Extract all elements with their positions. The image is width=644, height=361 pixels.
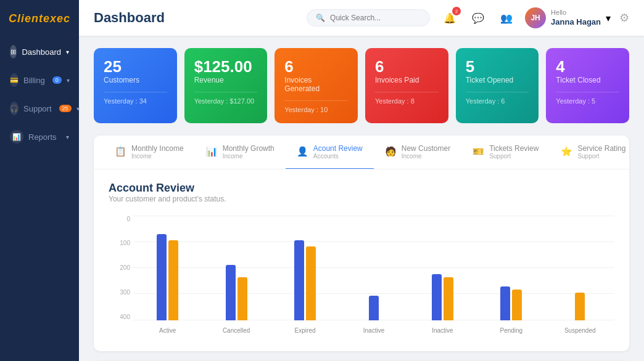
sidebar-item-reports[interactable]: 📊 Reports ▾ <box>0 123 79 151</box>
tabs-bar: 📋 Monthly Income Income 📊 Monthly Growth… <box>94 136 629 169</box>
bar-pair <box>157 234 178 320</box>
bar-blue <box>432 274 442 320</box>
tab-text: Service Rating Support <box>577 144 625 160</box>
chevron-icon: ▾ <box>66 49 69 55</box>
bar-gold <box>575 293 585 320</box>
tab-title: Service Rating <box>577 144 625 153</box>
bar-gold <box>168 240 178 320</box>
tab-text: Monthly Growth Income <box>223 144 275 160</box>
notifications-bell-button[interactable]: 🔔 2 <box>440 8 460 28</box>
stat-card-revenue: $125.00 Revenue Yesterday : $127.00 <box>184 48 268 123</box>
sidebar-item-dashboard[interactable]: ⊞ Dashboard ▾ <box>0 38 79 66</box>
stat-value: 4 <box>556 58 619 76</box>
tab-title: Monthly Income <box>131 144 184 153</box>
stat-yesterday: Yesterday : 5 <box>556 92 619 105</box>
bar-blue <box>500 286 510 320</box>
billing-icon: 💳 <box>10 73 19 87</box>
stat-label: Revenue <box>194 76 258 84</box>
sidebar-item-label: Support <box>23 104 52 113</box>
support-icon: 🎧 <box>10 102 19 115</box>
stat-card-invoices-generated: 6 Invoices Generated Yesterday : 10 <box>275 48 358 123</box>
tab-icon: 🎫 <box>473 146 484 157</box>
stat-value: 6 <box>284 58 348 76</box>
users-button[interactable]: 👥 <box>497 8 516 28</box>
user-text: Hello Janna Hagan <box>551 8 601 27</box>
logo-text: Clientexec <box>9 12 70 25</box>
bar-pair <box>575 293 585 320</box>
bar-group-inactive2: Inactive <box>408 274 477 320</box>
messages-button[interactable]: 💬 <box>468 8 488 28</box>
tab-account-review[interactable]: 👤 Acount Review Accounts <box>286 136 374 169</box>
chart-area: Account Review Your customer and product… <box>94 169 629 351</box>
bar-gold <box>512 290 522 320</box>
support-badge: 25 <box>59 105 72 112</box>
bar-pair <box>500 286 522 320</box>
tab-service-rating[interactable]: ⭐ Service Rating Support <box>550 136 629 169</box>
bar-label: Pending <box>500 327 522 334</box>
stats-grid: 25 Customers Yesterday : 34 $125.00 Reve… <box>94 48 629 123</box>
hello-label: Hello <box>551 9 566 16</box>
bar-label: Inactive <box>432 327 453 334</box>
bar-label: Inactive <box>363 327 384 334</box>
user-name: Janna Hagan <box>551 17 601 28</box>
tab-text: Acount Review Accounts <box>313 144 363 160</box>
bar-group-inactive1: Inactive <box>339 296 408 320</box>
tab-monthly-growth[interactable]: 📊 Monthly Growth Income <box>195 136 286 169</box>
bar-gold <box>237 277 247 320</box>
tab-tickets-review[interactable]: 🎫 Tickets Review Support <box>461 136 550 169</box>
page-title: Dashboard <box>94 10 297 26</box>
tab-subtitle: Accounts <box>313 153 363 160</box>
chart-title: Account Review <box>109 182 614 195</box>
search-input[interactable] <box>330 14 423 22</box>
bar-label: Expired <box>295 327 316 334</box>
sidebar-item-support[interactable]: 🎧 Support 25 ▾ <box>0 94 79 123</box>
chevron-icon: ▾ <box>67 77 70 84</box>
bell-badge: 2 <box>452 7 461 15</box>
sidebar-item-label: Billing <box>23 76 45 85</box>
tab-subtitle: Income <box>402 153 450 160</box>
tabs-section: 📋 Monthly Income Income 📊 Monthly Growth… <box>94 136 629 351</box>
tab-title: New Customer <box>402 144 450 153</box>
y-axis: 400 300 200 100 0 <box>109 216 130 320</box>
tab-title: Acount Review <box>313 144 363 153</box>
stat-label: Invoices Generated <box>284 76 348 93</box>
stat-label: Ticket Closed <box>556 76 619 84</box>
tab-new-customer[interactable]: 🧑 New Customer Income <box>374 136 461 169</box>
stat-yesterday: Yesterday : 34 <box>104 92 167 105</box>
tab-subtitle: Income <box>223 153 275 160</box>
stat-card-ticket-opened: 5 Ticket Opened Yesterday : 6 <box>456 48 539 123</box>
billing-badge: 0 <box>52 76 62 84</box>
chevron-down-icon: ▾ <box>606 12 611 24</box>
tab-icon: 📋 <box>115 146 126 157</box>
search-bar[interactable]: 🔍 <box>307 9 430 26</box>
bar-label: Active <box>159 327 176 334</box>
bar-blue <box>369 296 379 320</box>
bar-pair <box>294 240 316 320</box>
bar-group-cancelled: Cancelled <box>202 265 270 320</box>
stat-yesterday: Yesterday : $127.00 <box>194 92 258 105</box>
content-area: 25 Customers Yesterday : 34 $125.00 Reve… <box>79 36 644 361</box>
stat-label: Invoices Paid <box>375 76 439 84</box>
bar-chart: 400 300 200 100 0 <box>109 216 614 339</box>
tab-text: Monthly Income Income <box>131 144 184 160</box>
stat-card-customers: 25 Customers Yesterday : 34 <box>94 48 177 123</box>
reports-icon: 📊 <box>10 130 23 144</box>
bar-gold <box>306 246 316 320</box>
user-info[interactable]: JH Hello Janna Hagan ▾ <box>525 7 611 28</box>
bar-blue <box>157 234 167 320</box>
sidebar-item-label: Dashboard <box>22 47 61 57</box>
tab-title: Tickets Review <box>489 144 539 153</box>
stat-value: 5 <box>466 58 529 76</box>
stat-value: 6 <box>375 58 439 76</box>
chevron-icon: ▾ <box>66 134 69 140</box>
tab-text: New Customer Income <box>402 144 450 160</box>
tab-subtitle: Income <box>131 153 184 160</box>
tab-monthly-income[interactable]: 📋 Monthly Income Income <box>104 136 195 169</box>
gear-icon[interactable]: ⚙ <box>619 11 629 25</box>
stat-yesterday: Yesterday : 10 <box>284 100 348 113</box>
bar-pair <box>432 274 453 320</box>
sidebar-item-label: Reports <box>28 132 57 142</box>
chart-subtitle: Your customer and product's status. <box>109 195 614 203</box>
sidebar-item-billing[interactable]: 💳 Billing 0 ▾ <box>0 66 79 94</box>
stat-label: Ticket Opened <box>466 76 529 84</box>
